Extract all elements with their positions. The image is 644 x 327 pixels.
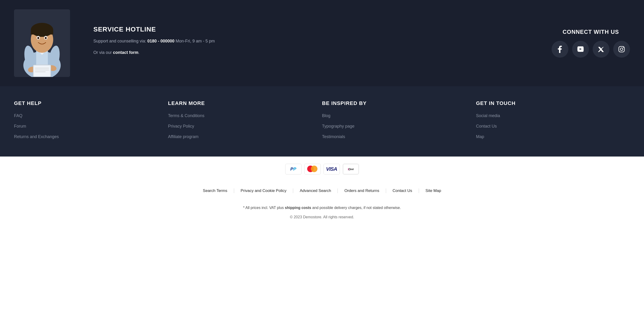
- connect-with-us-section: CONNECT WITH US: [538, 29, 630, 58]
- get-in-touch-title: GET IN TOUCH: [476, 100, 630, 106]
- vat-notice: * All prices incl. VAT plus shipping cos…: [14, 205, 630, 211]
- bottom-nav-privacy-cookie[interactable]: Privacy and Cookie Policy: [234, 188, 294, 193]
- svg-point-23: [623, 47, 624, 48]
- ideal-payment-icon: iDeal: [343, 164, 359, 174]
- person-silhouette: [14, 9, 70, 77]
- footer-column-get-help: GET HELP FAQ Forum Returns and Exchanges: [14, 100, 168, 145]
- footer-link-typography[interactable]: Typography page: [322, 124, 476, 129]
- footer-link-terms[interactable]: Terms & Conditions: [168, 113, 322, 118]
- footer-column-get-in-touch: GET IN TOUCH Social media Contact Us Map: [476, 100, 630, 145]
- get-help-title: GET HELP: [14, 100, 168, 106]
- footer-column-learn-more: LEARN MORE Terms & Conditions Privacy Po…: [168, 100, 322, 145]
- footer-link-blog[interactable]: Blog: [322, 113, 476, 118]
- service-hotline-title: SERVICE HOTLINE: [93, 26, 524, 33]
- footer-link-forum[interactable]: Forum: [14, 124, 168, 129]
- bottom-nav-orders-returns[interactable]: Orders and Returns: [338, 188, 386, 193]
- bottom-nav-advanced-search[interactable]: Advanced Search: [293, 188, 338, 193]
- instagram-icon[interactable]: [613, 41, 630, 58]
- service-content: SERVICE HOTLINE Support and counselling …: [84, 26, 524, 61]
- facebook-icon[interactable]: [552, 41, 568, 58]
- contact-form-link[interactable]: contact form: [113, 50, 138, 55]
- footer-link-returns[interactable]: Returns and Exchanges: [14, 134, 168, 139]
- bottom-nav-site-map[interactable]: Site Map: [419, 188, 448, 193]
- person-image: [14, 9, 70, 77]
- footer-column-be-inspired: BE INSPIRED BY Blog Typography page Test…: [322, 100, 476, 145]
- connect-title: CONNECT WITH US: [552, 29, 630, 35]
- footer-link-map[interactable]: Map: [476, 134, 630, 139]
- learn-more-title: LEARN MORE: [168, 100, 322, 106]
- footer-link-social-media[interactable]: Social media: [476, 113, 630, 118]
- copyright-text: © 2023 Demostore. All rights reserved.: [14, 215, 630, 219]
- twitter-icon[interactable]: [593, 41, 610, 58]
- mastercard-payment-icon: [304, 164, 321, 174]
- svg-rect-17: [34, 66, 50, 76]
- social-icons-list: [552, 41, 630, 58]
- copyright-section: * All prices incl. VAT plus shipping cos…: [0, 200, 644, 229]
- service-contact-form-text: Or via our contact form.: [93, 49, 524, 56]
- be-inspired-title: BE INSPIRED BY: [322, 100, 476, 106]
- youtube-icon[interactable]: [572, 41, 589, 58]
- bottom-nav-contact-us[interactable]: Contact Us: [386, 188, 419, 193]
- footer-link-affiliate[interactable]: Affiliate program: [168, 134, 322, 139]
- paypal-payment-icon: PP: [285, 164, 302, 174]
- service-hotline-section: SERVICE HOTLINE Support and counselling …: [0, 0, 644, 86]
- footer-link-testimonials[interactable]: Testimonials: [322, 134, 476, 139]
- svg-point-10: [37, 37, 39, 39]
- svg-point-22: [620, 48, 623, 51]
- svg-point-11: [45, 37, 47, 39]
- footer-link-faq[interactable]: FAQ: [14, 113, 168, 118]
- bottom-navigation: Search Terms Privacy and Cookie Policy A…: [0, 181, 644, 200]
- visa-payment-icon: VISA: [324, 164, 340, 174]
- svg-rect-7: [31, 30, 53, 34]
- footer-link-privacy[interactable]: Privacy Policy: [168, 124, 322, 129]
- payment-section: PP VISA iDeal: [0, 156, 644, 181]
- footer-columns: GET HELP FAQ Forum Returns and Exchanges…: [14, 100, 630, 145]
- bottom-nav-search-terms[interactable]: Search Terms: [196, 188, 234, 193]
- footer-links-section: GET HELP FAQ Forum Returns and Exchanges…: [0, 86, 644, 156]
- service-support-text: Support and counselling via: 0180 - 0000…: [93, 38, 524, 44]
- footer-link-contact-us[interactable]: Contact Us: [476, 124, 630, 129]
